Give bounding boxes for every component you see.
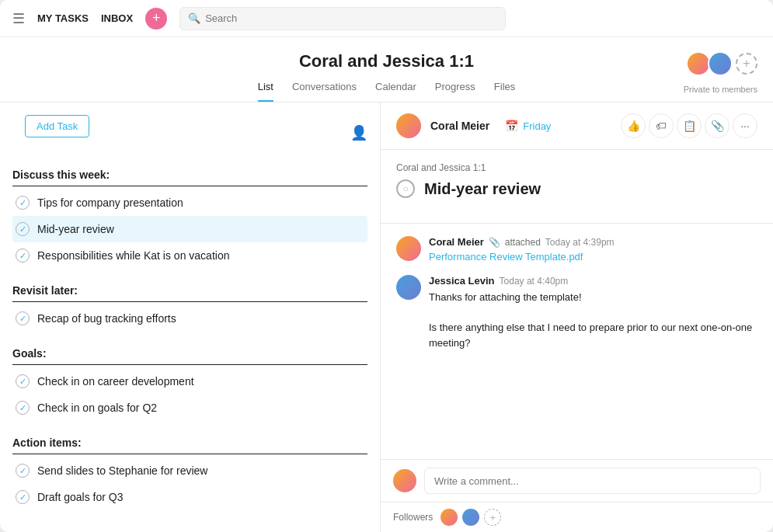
comment-meta: Coral Meier 📎 attached Today at 4:39pm — [429, 236, 615, 248]
comment-time: Today at 4:40pm — [500, 276, 569, 287]
comment-avatar-coral — [396, 236, 421, 261]
comment-item: Jessica Levin Today at 4:40pm Thanks for… — [396, 275, 757, 350]
follower-avatar-jessica — [462, 509, 479, 526]
task-check-icon[interactable]: ✓ — [16, 374, 30, 388]
task-label: Mid-year review — [37, 223, 114, 235]
calendar-icon: 📅 — [505, 120, 518, 132]
tag-button[interactable]: 🏷 — [649, 113, 674, 138]
task-item[interactable]: ✓ Check in on career development — [12, 368, 367, 395]
section-header-discuss: Discuss this week: — [12, 159, 367, 186]
comment-input-avatar — [393, 469, 416, 492]
task-detail-header: Coral Meier 📅 Friday 👍 🏷 📋 — [381, 103, 773, 150]
section-header-goals: Goals: — [12, 338, 367, 365]
comment-text: Thanks for attaching the template!Is the… — [429, 290, 757, 350]
task-check-icon[interactable]: ✓ — [16, 401, 30, 415]
comment-meta: Jessica Levin Today at 4:40pm — [429, 275, 757, 287]
assignee-avatar — [396, 113, 421, 138]
top-nav: ☰ MY TASKS INBOX + 🔍 — [0, 0, 773, 37]
task-item[interactable]: ✓ Recap of bug tracking efforts — [12, 305, 367, 332]
section-discuss-this-week: Discuss this week: ✓ Tips for company pr… — [0, 159, 380, 269]
move-icon: 📋 — [683, 120, 696, 132]
comment-avatar-jessica — [396, 275, 421, 300]
assign-icon: 👤 — [350, 124, 367, 141]
section-action-items: Action items: ✓ Send slides to Stephanie… — [0, 427, 380, 510]
tag-icon: 🏷 — [656, 120, 667, 132]
comments-section: Coral Meier 📎 attached Today at 4:39pm P… — [381, 223, 773, 459]
section-header-action: Action items: — [12, 427, 367, 454]
task-item[interactable]: ✓ Draft goals for Q3 — [12, 484, 367, 510]
comment-input[interactable] — [424, 468, 761, 494]
task-item[interactable]: ✓ Mid-year review — [12, 216, 367, 242]
search-input[interactable] — [205, 12, 497, 24]
task-check-icon[interactable]: ✓ — [16, 490, 30, 504]
comment-time: Today at 4:39pm — [545, 237, 615, 248]
search-bar[interactable]: 🔍 — [179, 7, 506, 30]
my-tasks-link[interactable]: MY TASKS — [37, 12, 89, 24]
task-label: Responsibilities while Kat is on vacatio… — [37, 249, 229, 262]
main-content: Add Task 👤 Discuss this week: ✓ Tips for… — [0, 103, 773, 532]
task-breadcrumb: Coral and Jessica 1:1 — [396, 162, 757, 173]
search-icon: 🔍 — [188, 12, 200, 24]
add-follower-button[interactable]: + — [484, 509, 501, 526]
task-item[interactable]: ✓ Check in on goals for Q2 — [12, 395, 367, 421]
tab-conversations[interactable]: Conversations — [292, 81, 357, 102]
private-label: Private to members — [684, 85, 757, 94]
tab-calendar[interactable]: Calendar — [375, 81, 416, 102]
task-label: Recap of bug tracking efforts — [37, 312, 176, 325]
task-label: Check in on career development — [37, 375, 194, 388]
comment-author: Jessica Levin — [429, 275, 495, 287]
inbox-link[interactable]: INBOX — [101, 12, 133, 24]
paperclip-icon: 📎 — [711, 120, 724, 132]
project-tabs: List Conversations Calendar Progress Fil… — [258, 81, 516, 102]
thumbs-up-icon: 👍 — [627, 120, 640, 132]
avatar-jessica — [708, 51, 733, 76]
task-check-icon[interactable]: ✓ — [16, 196, 30, 210]
followers-row: Followers + — [381, 502, 773, 532]
attachment-link[interactable]: Performance Review Template.pdf — [429, 251, 615, 263]
task-label: Check in on goals for Q2 — [37, 402, 157, 414]
project-header: Coral and Jessica 1:1 + List Conversatio… — [0, 37, 773, 103]
more-button[interactable]: ··· — [733, 113, 757, 138]
like-button[interactable]: 👍 — [621, 113, 646, 138]
add-task-button[interactable]: Add Task — [25, 115, 89, 137]
attach-button[interactable]: 📎 — [705, 113, 729, 138]
task-label: Tips for company presentation — [37, 196, 183, 209]
comment-body: Jessica Levin Today at 4:40pm Thanks for… — [429, 275, 757, 350]
task-item[interactable]: ✓ Tips for company presentation — [12, 190, 367, 216]
move-button[interactable]: 📋 — [677, 113, 702, 138]
hamburger-icon[interactable]: ☰ — [12, 10, 25, 27]
task-label: Draft goals for Q3 — [37, 491, 124, 503]
task-check-icon[interactable]: ✓ — [16, 311, 30, 325]
task-check-icon[interactable]: ✓ — [16, 464, 30, 478]
left-panel: Add Task 👤 Discuss this week: ✓ Tips for… — [0, 103, 381, 532]
tab-progress[interactable]: Progress — [435, 81, 475, 102]
tab-files[interactable]: Files — [494, 81, 515, 102]
tab-list[interactable]: List — [258, 81, 273, 102]
attachment-icon: 📎 — [489, 237, 500, 248]
task-check-icon[interactable]: ✓ — [16, 249, 30, 263]
ellipsis-icon: ··· — [740, 120, 750, 132]
comment-item: Coral Meier 📎 attached Today at 4:39pm P… — [396, 236, 757, 263]
comment-action: attached — [505, 237, 541, 248]
add-member-button[interactable]: + — [736, 53, 757, 75]
section-header-revisit: Revisit later: — [12, 275, 367, 302]
comment-body: Coral Meier 📎 attached Today at 4:39pm P… — [429, 236, 615, 263]
comment-input-area — [381, 459, 773, 502]
followers-label: Followers — [393, 512, 433, 523]
detail-actions: 👍 🏷 📋 📎 ··· — [621, 113, 757, 138]
task-complete-button[interactable]: ○ — [396, 179, 415, 198]
due-date-label: Friday — [523, 120, 551, 132]
due-date-button[interactable]: 📅 Friday — [499, 116, 557, 135]
section-goals: Goals: ✓ Check in on career development … — [0, 338, 380, 421]
task-item[interactable]: ✓ Responsibilities while Kat is on vacat… — [12, 242, 367, 269]
task-check-icon[interactable]: ✓ — [16, 222, 30, 236]
task-item[interactable]: ✓ Send slides to Stephanie for review — [12, 457, 367, 484]
follower-avatar-coral — [440, 509, 458, 526]
add-button[interactable]: + — [145, 8, 167, 30]
project-title: Coral and Jessica 1:1 — [299, 51, 474, 71]
task-detail-body: Coral and Jessica 1:1 ○ Mid-year review — [381, 150, 773, 223]
assignee-name: Coral Meier — [430, 120, 489, 132]
section-revisit-later: Revisit later: ✓ Recap of bug tracking e… — [0, 275, 380, 332]
task-title: Mid-year review — [424, 180, 541, 198]
task-title-row: ○ Mid-year review — [396, 179, 757, 198]
